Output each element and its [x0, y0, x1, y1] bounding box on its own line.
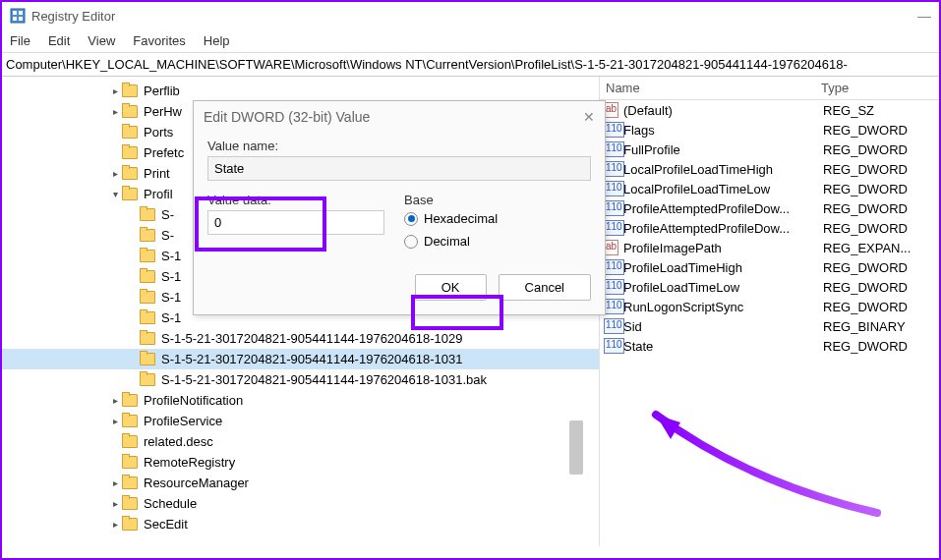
folder-icon: [122, 126, 138, 139]
folder-icon: [140, 373, 155, 386]
svg-rect-1: [13, 11, 17, 15]
tree-item[interactable]: ▸ProfileNotification: [2, 390, 599, 411]
tree-item[interactable]: S-1-5-21-3017204821-905441144-1976204618…: [2, 328, 599, 349]
tree-item-label: Prefetc: [142, 144, 186, 161]
list-row[interactable]: 110ProfileLoadTimeLowREG_DWORD: [600, 277, 939, 297]
tree-item[interactable]: ▸ProfileService: [2, 411, 599, 431]
addressbar[interactable]: Computer\HKEY_LOCAL_MACHINE\SOFTWARE\Mic…: [2, 53, 939, 77]
menu-file[interactable]: File: [10, 33, 30, 48]
folder-icon: [122, 105, 138, 118]
reg-dword-icon: 110: [604, 181, 624, 196]
menu-help[interactable]: Help: [204, 33, 230, 48]
folder-icon: [122, 518, 138, 531]
tree-item-label: S-1-5-21-3017204821-905441144-1976204618…: [159, 351, 464, 367]
list-row[interactable]: 110SidREG_BINARY: [600, 316, 939, 336]
value-name-input[interactable]: [207, 156, 591, 181]
menu-favorites[interactable]: Favorites: [133, 33, 185, 48]
row-type: REG_DWORD: [823, 182, 939, 196]
row-type: REG_DWORD: [823, 221, 939, 236]
row-name: ProfileLoadTimeLow: [623, 280, 823, 295]
folder-icon: [140, 250, 155, 262]
chevron-icon[interactable]: ▸: [108, 168, 122, 179]
row-name: LocalProfileLoadTimeHigh: [623, 162, 823, 177]
row-type: REG_BINARY: [823, 319, 939, 334]
base-label: Base: [404, 193, 591, 207]
tree-item[interactable]: S-1-5-21-3017204821-905441144-1976204618…: [2, 369, 599, 390]
folder-icon: [122, 188, 138, 200]
value-data-input[interactable]: [207, 210, 384, 235]
tree-item[interactable]: RemoteRegistry: [2, 452, 599, 473]
tree-item-label: ProfileService: [142, 413, 224, 429]
row-type: REG_DWORD: [823, 339, 939, 354]
tree-item[interactable]: ▸SecEdit: [2, 514, 599, 534]
menu-view[interactable]: View: [88, 33, 115, 48]
chevron-icon[interactable]: ▸: [108, 416, 122, 426]
list-row[interactable]: 110RunLogonScriptSyncREG_DWORD: [600, 297, 939, 316]
svg-rect-3: [13, 17, 17, 21]
row-name: ProfileImagePath: [623, 241, 823, 255]
list-row[interactable]: abProfileImagePathREG_EXPAN...: [600, 238, 939, 257]
chevron-icon[interactable]: ▸: [108, 477, 122, 488]
radio-dec-label: Decimal: [424, 234, 470, 249]
tree-scrollbar[interactable]: [569, 420, 583, 475]
tree-item-label: Ports: [142, 124, 175, 140]
tree-item-label: Schedule: [142, 495, 199, 512]
folder-icon: [140, 229, 155, 242]
folder-icon: [140, 353, 155, 365]
reg-dword-icon: 110: [604, 220, 624, 236]
titlebar: Registry Editor —: [2, 2, 939, 29]
row-type: REG_DWORD: [823, 162, 939, 177]
chevron-icon[interactable]: ▸: [108, 106, 122, 117]
list-row[interactable]: 110FullProfileREG_DWORD: [600, 140, 939, 159]
col-header-name[interactable]: Name: [600, 81, 821, 95]
row-name: ProfileLoadTimeHigh: [623, 260, 823, 275]
folder-icon: [122, 456, 138, 469]
menubar: File Edit View Favorites Help: [2, 29, 939, 53]
chevron-icon[interactable]: ▸: [108, 498, 122, 509]
tree-item[interactable]: ▸ResourceManager: [2, 473, 599, 493]
cancel-button[interactable]: Cancel: [499, 274, 591, 301]
tree-item-label: S-: [159, 227, 176, 244]
row-type: REG_DWORD: [823, 201, 939, 216]
folder-icon: [140, 311, 155, 324]
list-row[interactable]: 110ProfileLoadTimeHighREG_DWORD: [600, 257, 939, 277]
tree-item[interactable]: S-1-5-21-3017204821-905441144-1976204618…: [2, 349, 599, 369]
row-name: RunLogonScriptSync: [623, 300, 823, 314]
chevron-icon[interactable]: ▸: [108, 395, 122, 406]
ok-button[interactable]: OK: [415, 274, 487, 301]
tree-item-label: ResourceManager: [142, 475, 251, 491]
list-row[interactable]: ab(Default)REG_SZ: [600, 100, 939, 120]
value-data-label: Value data:: [207, 193, 384, 207]
list-row[interactable]: 110ProfileAttemptedProfileDow...REG_DWOR…: [600, 198, 939, 218]
list-panel: Name Type ab(Default)REG_SZ110FlagsREG_D…: [600, 77, 939, 546]
chevron-icon[interactable]: ▸: [108, 85, 122, 96]
list-row[interactable]: 110StateREG_DWORD: [600, 336, 939, 356]
folder-icon: [122, 167, 138, 180]
tree-item[interactable]: ▸Schedule: [2, 493, 599, 514]
row-type: REG_DWORD: [823, 123, 939, 138]
list-row[interactable]: 110LocalProfileLoadTimeLowREG_DWORD: [600, 179, 939, 198]
col-header-type[interactable]: Type: [821, 81, 939, 95]
reg-dword-icon: 110: [604, 279, 624, 295]
reg-dword-icon: 110: [604, 200, 624, 216]
radio-decimal[interactable]: Decimal: [404, 234, 591, 249]
chevron-icon[interactable]: ▸: [108, 519, 122, 530]
minimize-button[interactable]: —: [917, 8, 931, 24]
tree-item-label: S-1: [159, 268, 183, 285]
tree-item[interactable]: related.desc: [2, 431, 599, 452]
row-type: REG_DWORD: [823, 142, 939, 157]
list-row[interactable]: 110LocalProfileLoadTimeHighREG_DWORD: [600, 159, 939, 179]
folder-icon: [122, 146, 138, 159]
list-row[interactable]: 110FlagsREG_DWORD: [600, 120, 939, 140]
close-icon[interactable]: ✕: [583, 109, 595, 125]
folder-icon: [140, 208, 155, 221]
tree-item-label: related.desc: [142, 433, 215, 450]
radio-hexadecimal[interactable]: Hexadecimal: [404, 211, 591, 226]
chevron-icon[interactable]: ▾: [108, 189, 122, 199]
list-row[interactable]: 110ProfileAttemptedProfileDow...REG_DWOR…: [600, 218, 939, 238]
reg-dword-icon: 110: [604, 338, 624, 354]
tree-item[interactable]: ▸Perflib: [2, 81, 599, 101]
menu-edit[interactable]: Edit: [48, 33, 70, 48]
tree-item-label: PerHw: [142, 103, 184, 120]
folder-icon: [140, 270, 155, 283]
